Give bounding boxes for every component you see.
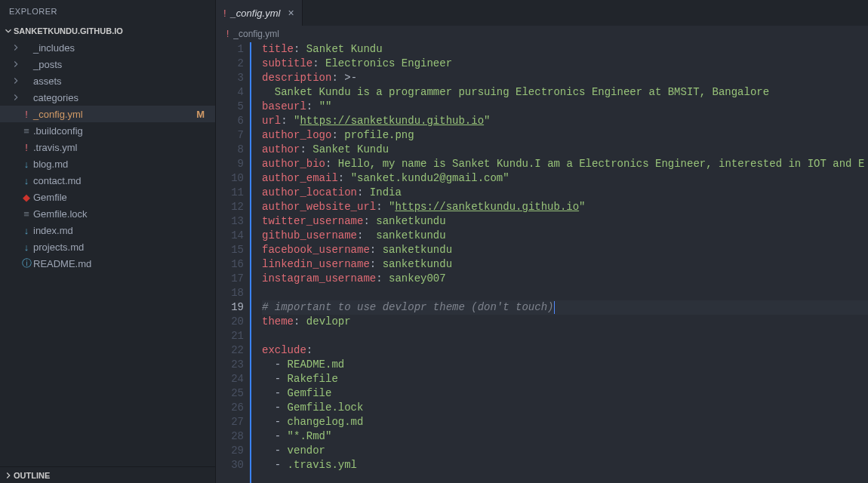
folder-item[interactable]: assets xyxy=(0,72,215,89)
line-number: 26 xyxy=(216,401,244,415)
file-item[interactable]: ↓blog.md xyxy=(0,155,215,172)
line-number: 8 xyxy=(216,143,244,157)
yaml-file-icon: ! xyxy=(223,8,226,19)
item-label: Gemfile.lock xyxy=(33,208,208,220)
line-number: 23 xyxy=(216,358,244,372)
line-number: 24 xyxy=(216,372,244,386)
code-line[interactable]: twitter_username: sanketkundu xyxy=(262,214,868,229)
folder-item[interactable]: _includes xyxy=(0,39,215,56)
code-line[interactable]: - changelog.md xyxy=(262,415,868,429)
folder-item[interactable]: _posts xyxy=(0,56,215,72)
file-tree: _includes_postsassetscategories!_config.… xyxy=(0,39,215,466)
code-line[interactable]: instagram_username: sankey007 xyxy=(262,272,868,286)
chevron-right-icon xyxy=(11,59,20,69)
line-number: 17 xyxy=(216,272,244,286)
code-line[interactable]: author: Sanket Kundu xyxy=(262,143,868,157)
line-number: 22 xyxy=(216,343,244,358)
line-number: 29 xyxy=(216,444,244,458)
line-number: 1 xyxy=(216,42,244,57)
explorer-sidebar: Explorer sanketkundu.github.io _includes… xyxy=(0,0,216,483)
line-number: 6 xyxy=(216,114,244,128)
code-line[interactable]: author_location: India xyxy=(262,186,868,200)
file-item[interactable]: !.travis.yml xyxy=(0,139,215,155)
line-number: 14 xyxy=(216,229,244,243)
file-icon: ↓ xyxy=(20,225,33,236)
explorer-panel-header: Explorer xyxy=(0,0,215,23)
file-item[interactable]: ≡Gemfile.lock xyxy=(0,205,215,222)
code-line[interactable]: url: "https://sanketkundu.github.io" xyxy=(262,114,868,128)
file-item[interactable]: ↓contact.md xyxy=(0,172,215,189)
chevron-right-icon xyxy=(11,42,20,53)
item-label: .travis.yml xyxy=(33,142,208,153)
item-label: _posts xyxy=(33,59,208,70)
code-line[interactable]: - Rakefile xyxy=(262,372,868,386)
code-line[interactable]: - vendor xyxy=(262,444,868,458)
file-icon: ! xyxy=(20,109,33,120)
code-line[interactable]: Sanket Kundu is a programmer pursuing El… xyxy=(262,85,868,100)
file-icon: ! xyxy=(20,142,33,153)
explorer-title: Explorer xyxy=(9,7,57,16)
outline-label: Outline xyxy=(14,471,50,480)
item-label: .buildconfig xyxy=(33,125,208,137)
code-line[interactable]: baseurl: "" xyxy=(262,100,868,114)
line-number: 3 xyxy=(216,71,244,85)
item-label: assets xyxy=(33,75,208,87)
item-label: projects.md xyxy=(33,242,208,253)
chevron-down-icon xyxy=(3,26,14,36)
code-line[interactable]: - "*.Rmd" xyxy=(262,429,868,444)
breadcrumb[interactable]: ! _config.yml xyxy=(216,26,868,42)
file-icon: ⓘ xyxy=(20,257,33,270)
project-section-header[interactable]: sanketkundu.github.io xyxy=(0,23,215,39)
close-icon[interactable]: × xyxy=(288,7,294,19)
code-line[interactable]: description: >- xyxy=(262,71,868,85)
item-label: Gemfile xyxy=(33,192,208,203)
code-line[interactable]: - .travis.yml xyxy=(262,458,868,472)
code-line[interactable]: author_bio: Hello, my name is Sanket Kun… xyxy=(262,157,868,171)
file-item[interactable]: !_config.ymlM xyxy=(0,106,215,122)
line-number: 27 xyxy=(216,415,244,429)
item-label: README.md xyxy=(33,258,208,269)
folder-item[interactable]: categories xyxy=(0,89,215,106)
editor-tab[interactable]: ! _config.yml × xyxy=(216,0,303,26)
tab-bar: ! _config.yml × xyxy=(216,0,868,26)
line-number: 16 xyxy=(216,257,244,272)
code-line[interactable]: - Gemfile.lock xyxy=(262,401,868,415)
code-line[interactable]: author_logo: profile.png xyxy=(262,128,868,143)
file-item[interactable]: ↓projects.md xyxy=(0,238,215,255)
file-item[interactable]: ↓index.md xyxy=(0,222,215,238)
file-icon: ≡ xyxy=(20,208,33,220)
outline-section-header[interactable]: Outline xyxy=(0,466,215,483)
line-number: 10 xyxy=(216,171,244,186)
line-number: 28 xyxy=(216,429,244,444)
code-line[interactable]: author_website_url: "https://sanketkundu… xyxy=(262,200,868,214)
code-line[interactable]: linkedin_username: sanketkundu xyxy=(262,257,868,272)
code-line[interactable] xyxy=(262,329,868,343)
code-line[interactable]: - README.md xyxy=(262,358,868,372)
code-line[interactable]: exclude: xyxy=(262,343,868,358)
code-line[interactable]: theme: devlopr xyxy=(262,315,868,329)
yaml-file-icon: ! xyxy=(226,29,229,39)
file-item[interactable]: ◆Gemfile xyxy=(0,189,215,205)
chevron-right-icon xyxy=(11,75,20,86)
code-line[interactable]: facebook_username: sanketkundu xyxy=(262,243,868,257)
code-line[interactable]: subtitle: Electronics Engineer xyxy=(262,57,868,71)
code-content[interactable]: title: Sanket Kundusubtitle: Electronics… xyxy=(262,42,868,483)
line-number: 20 xyxy=(216,315,244,329)
code-line[interactable]: author_email: "sanket.kundu2@gmail.com" xyxy=(262,171,868,186)
line-number: 4 xyxy=(216,85,244,100)
file-icon: ◆ xyxy=(20,192,33,203)
file-item[interactable]: ≡.buildconfig xyxy=(0,122,215,139)
code-line[interactable]: title: Sanket Kundu xyxy=(262,42,868,57)
code-line[interactable] xyxy=(262,286,868,300)
file-icon: ↓ xyxy=(20,158,33,170)
line-number: 7 xyxy=(216,128,244,143)
code-line[interactable]: # important to use devlopr theme (don't … xyxy=(262,300,868,315)
file-item[interactable]: ⓘREADME.md xyxy=(0,255,215,272)
code-line[interactable]: github_username: sanketkundu xyxy=(262,229,868,243)
text-cursor xyxy=(554,301,555,314)
code-line[interactable]: - Gemfile xyxy=(262,386,868,401)
chevron-right-icon xyxy=(3,469,14,480)
code-editor[interactable]: 1234567891011121314151617181920212223242… xyxy=(216,42,868,483)
line-number: 15 xyxy=(216,243,244,257)
project-name: sanketkundu.github.io xyxy=(14,26,123,35)
